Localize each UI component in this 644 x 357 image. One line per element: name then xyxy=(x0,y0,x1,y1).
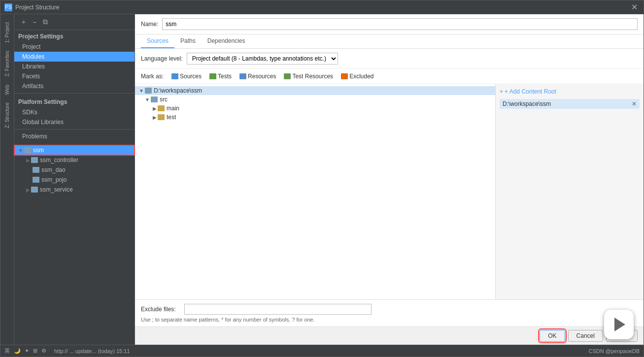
language-level-label: Language level: xyxy=(141,55,183,62)
resources-folder-icon xyxy=(239,73,246,79)
left-panel-toolbar: ＋ − ⧉ xyxy=(14,14,135,30)
content-split: ▼ D:\workspace\ssm ▼ src ▶ main xyxy=(135,84,644,299)
folder-icon xyxy=(31,187,38,193)
language-level-select[interactable]: Project default (8 - Lambdas, type annot… xyxy=(187,53,338,65)
module-label: ssm_pojo xyxy=(41,176,67,183)
file-tree-item-main[interactable]: ▶ main xyxy=(135,104,495,113)
module-tree-item-ssm-pojo[interactable]: ssm_pojo xyxy=(14,175,135,185)
window-title: Project Structure xyxy=(15,4,629,11)
chevron-right-icon: ▶ xyxy=(153,106,157,111)
vertical-tabs: 1: Project 2: Favorites Web Z: Structure xyxy=(0,14,14,345)
module-label: ssm_controller xyxy=(40,157,78,163)
sidebar-item-global-libraries[interactable]: Global Libraries xyxy=(14,117,135,127)
file-tree-item-root[interactable]: ▼ D:\workspace\ssm xyxy=(135,86,495,95)
dialog-buttons: OK Cancel Apply xyxy=(135,326,644,345)
file-tree-root-label: D:\workspace\ssm xyxy=(154,87,202,94)
watermark-widget xyxy=(604,310,634,339)
mark-as-test-resources[interactable]: Test Resources xyxy=(282,72,335,81)
file-tree-test-label: test xyxy=(167,114,176,121)
exclude-files-hint: Use ; to separate name patterns, * for a… xyxy=(141,317,638,323)
name-label: Name: xyxy=(141,21,158,28)
mark-as-resources-label: Resources xyxy=(248,73,276,80)
module-tree-item-ssm-service[interactable]: ▶ ssm_service xyxy=(14,185,135,195)
folder-icon xyxy=(145,88,152,94)
folder-icon xyxy=(33,167,39,173)
mark-as-label: Mark as: xyxy=(141,73,164,80)
remove-module-button[interactable]: − xyxy=(29,17,40,28)
status-lang: 英 xyxy=(4,347,10,355)
tab-sources[interactable]: Sources xyxy=(141,34,174,48)
title-bar: PS Project Structure ✕ xyxy=(0,0,644,14)
sidebar-item-libraries[interactable]: Libraries xyxy=(14,62,135,71)
sidebar-item-label: SDKs xyxy=(22,109,37,116)
mark-as-tests-label: Tests xyxy=(218,73,232,80)
status-dot: ✦ xyxy=(25,348,29,354)
watermark-text: CSDN @penpaoeDB xyxy=(589,348,640,354)
tab-dependencies[interactable]: Dependencies xyxy=(202,34,251,48)
mark-as-test-resources-label: Test Resources xyxy=(292,73,333,80)
chevron-down-icon: ▼ xyxy=(145,97,150,102)
sidebar-item-label: Facets xyxy=(22,73,40,80)
chevron-right-icon: ▶ xyxy=(153,115,157,120)
file-tree-panel: ▼ D:\workspace\ssm ▼ src ▶ main xyxy=(135,84,496,299)
mark-as-sources[interactable]: Sources xyxy=(169,72,203,81)
chevron-right-icon: ▶ xyxy=(26,187,30,193)
folder-icon xyxy=(24,147,31,153)
status-text: http:// ... update... (today) 15:11 xyxy=(54,348,130,354)
sidebar-item-modules[interactable]: Modules xyxy=(14,52,135,62)
bottom-section: Exclude files: Use ; to separate name pa… xyxy=(135,299,644,326)
sidebar-item-label: Problems xyxy=(22,133,47,140)
add-content-root-label: + Add Content Root xyxy=(505,88,556,95)
ok-button[interactable]: OK xyxy=(540,330,565,342)
mark-as-excluded[interactable]: Excluded xyxy=(339,72,375,81)
module-tree-item-ssm-controller[interactable]: ▶ ssm_controller xyxy=(14,155,135,165)
tab-paths[interactable]: Paths xyxy=(174,34,202,48)
name-input[interactable] xyxy=(162,18,638,30)
exclude-files-row: Exclude files: xyxy=(141,304,638,315)
sidebar-item-label: Modules xyxy=(22,53,44,60)
platform-settings-header: Platform Settings xyxy=(14,96,135,107)
plus-icon: + xyxy=(500,88,503,95)
module-tree-item-ssm[interactable]: ▼ ssm xyxy=(14,145,135,155)
folder-icon xyxy=(158,105,165,111)
sidebar-item-project[interactable]: Project xyxy=(14,42,135,52)
add-content-root-button[interactable]: + + Add Content Root xyxy=(500,88,640,95)
mark-as-excluded-label: Excluded xyxy=(349,73,373,80)
folder-icon xyxy=(158,114,165,120)
sidebar-item-problems[interactable]: Problems xyxy=(14,131,135,141)
close-button[interactable]: ✕ xyxy=(629,2,640,12)
sidebar-item-sdks[interactable]: SDKs xyxy=(14,107,135,117)
folder-icon xyxy=(31,157,38,163)
module-tree-item-ssm-dao[interactable]: ssm_dao xyxy=(14,165,135,175)
vert-tab-project[interactable]: 1: Project xyxy=(2,18,12,47)
sidebar-item-label: Project xyxy=(22,43,40,50)
folder-icon xyxy=(151,97,158,102)
add-module-button[interactable]: ＋ xyxy=(18,17,29,28)
play-icon xyxy=(614,318,625,331)
copy-module-button[interactable]: ⧉ xyxy=(40,17,51,28)
exclude-files-input[interactable] xyxy=(184,304,372,315)
mark-as-tests[interactable]: Tests xyxy=(207,72,234,81)
module-label: ssm_service xyxy=(40,186,73,193)
folder-icon xyxy=(33,177,39,183)
mark-as-resources[interactable]: Resources xyxy=(237,72,278,81)
sidebar-item-facets[interactable]: Facets xyxy=(14,71,135,81)
chevron-down-icon: ▼ xyxy=(139,88,144,94)
left-panel: ＋ − ⧉ Project Settings Project Modules L… xyxy=(14,14,135,345)
sidebar-item-label: Global Libraries xyxy=(22,119,64,126)
tabs-row: Sources Paths Dependencies xyxy=(135,34,644,49)
vert-tab-web[interactable]: Web xyxy=(2,81,12,98)
file-tree-item-src[interactable]: ▼ src xyxy=(135,95,495,104)
file-tree-src-label: src xyxy=(160,96,168,103)
vert-tab-favorites[interactable]: 2: Favorites xyxy=(2,47,12,80)
cancel-button[interactable]: Cancel xyxy=(568,330,603,342)
sources-folder-icon xyxy=(171,73,178,79)
window-icon: PS xyxy=(4,3,12,11)
file-tree-item-test[interactable]: ▶ test xyxy=(135,113,495,122)
remove-root-button[interactable]: ✕ xyxy=(632,100,637,107)
vert-tab-structure[interactable]: Z: Structure xyxy=(2,98,12,132)
sidebar-item-label: Libraries xyxy=(22,63,45,70)
sidebar-item-label: Artifacts xyxy=(22,83,43,90)
sidebar-item-artifacts[interactable]: Artifacts xyxy=(14,81,135,91)
file-tree-main-label: main xyxy=(167,105,179,112)
